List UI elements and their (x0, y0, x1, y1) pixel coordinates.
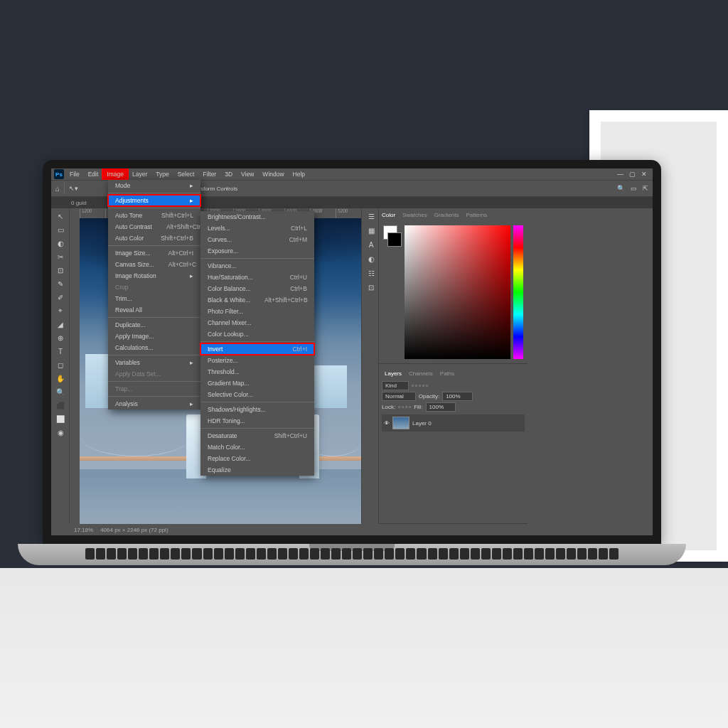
menu-image[interactable]: Image (102, 169, 128, 179)
tab-patterns[interactable]: Patterns (466, 212, 488, 218)
tab-gradients[interactable]: Gradients (434, 212, 459, 218)
menu-item-canvas-size[interactable]: Canvas Size...Alt+Ctrl+C (108, 259, 200, 270)
menu-item-exposure[interactable]: Exposure... (200, 245, 314, 257)
visibility-icon[interactable]: 👁 (384, 420, 390, 427)
menu-item-auto-tone[interactable]: Auto ToneShift+Ctrl+L (108, 210, 200, 221)
tool-button[interactable]: ▭ (53, 223, 68, 236)
menu-item-selective-color[interactable]: Selective Color... (200, 389, 314, 400)
menu-window[interactable]: Window (258, 169, 288, 179)
background-swatch[interactable] (387, 232, 402, 247)
tool-button[interactable]: ◐ (53, 237, 68, 250)
blend-mode-select[interactable]: Normal (382, 392, 416, 401)
tab-paths[interactable]: Paths (440, 370, 454, 377)
menu-item-color-balance[interactable]: Color Balance...Ctrl+B (200, 283, 314, 294)
menu-item-hdr-toning[interactable]: HDR Toning... (200, 415, 314, 427)
tool-button[interactable]: ✎ (53, 277, 68, 290)
menu-item-match-color[interactable]: Match Color... (200, 441, 314, 453)
menu-item-color-lookup[interactable]: Color Lookup... (200, 328, 314, 340)
panel-icon[interactable]: ☷ (363, 267, 379, 279)
tool-button[interactable]: ⬜ (53, 412, 68, 425)
menu-help[interactable]: Help (289, 169, 309, 179)
menu-item-posterize[interactable]: Posterize... (200, 355, 314, 366)
tool-button[interactable]: ✂ (53, 250, 68, 263)
tool-button[interactable]: ◢ (53, 318, 68, 331)
layer-name[interactable]: Layer 0 (412, 420, 432, 427)
menu-item-brightness-contrast[interactable]: Brightness/Contrast... (200, 211, 314, 223)
menu-item-mode[interactable]: Mode (108, 180, 200, 191)
color-field[interactable] (405, 225, 510, 359)
menu-layer[interactable]: Layer (128, 169, 151, 179)
menu-item-image-size[interactable]: Image Size...Alt+Ctrl+I (108, 247, 200, 259)
menu-item-curves[interactable]: Curves...Ctrl+M (200, 234, 314, 245)
tool-button[interactable]: ⌖ (53, 304, 68, 317)
tab-channels[interactable]: Channels (409, 370, 433, 377)
close-button[interactable]: ✕ (641, 171, 647, 178)
menu-item-trim[interactable]: Trim... (108, 293, 200, 304)
menu-select[interactable]: Select (173, 169, 199, 179)
tool-button[interactable]: ⊡ (53, 264, 68, 277)
menu-view[interactable]: View (237, 169, 258, 179)
layer-filter-select[interactable]: Kind (382, 381, 409, 390)
menu-item-black-white[interactable]: Black & White...Alt+Shift+Ctrl+B (200, 294, 314, 306)
tool-button[interactable]: ↖ (53, 210, 68, 223)
home-icon[interactable]: ⌂ (55, 185, 60, 193)
tool-button[interactable]: 🔍 (53, 385, 68, 398)
tab-color[interactable]: Color (382, 212, 395, 218)
menu-item-calculations[interactable]: Calculations... (108, 342, 200, 353)
menu-item-duplicate[interactable]: Duplicate... (108, 319, 200, 331)
opacity-input[interactable]: 100% (442, 392, 472, 401)
maximize-button[interactable]: ▢ (629, 171, 636, 178)
tab-layers[interactable]: Layers (385, 370, 402, 377)
menu-item-variables[interactable]: Variables (108, 357, 200, 368)
document-tab[interactable]: 0 guid (71, 200, 87, 206)
menu-file[interactable]: File (65, 169, 84, 179)
menu-item-replace-color[interactable]: Replace Color... (200, 453, 314, 464)
panel-icon[interactable]: ☰ (363, 210, 379, 223)
tool-button[interactable]: ◉ (53, 426, 68, 439)
menu-item-auto-color[interactable]: Auto ColorShift+Ctrl+B (108, 232, 200, 244)
laptop: Ps FileEditImageLayerTypeSelectFilter3DV… (43, 160, 668, 658)
menu-item-vibrance[interactable]: Vibrance... (200, 260, 314, 272)
menu-item-image-rotation[interactable]: Image Rotation (108, 270, 200, 282)
share-icon[interactable]: ⇱ (643, 185, 648, 192)
panel-icon[interactable]: ⊡ (363, 281, 379, 294)
menu-item-reveal-all[interactable]: Reveal All (108, 304, 200, 316)
menu-item-threshold[interactable]: Threshold... (200, 366, 314, 378)
workspace-icon[interactable]: ▭ (631, 185, 637, 192)
fill-input[interactable]: 100% (426, 402, 456, 412)
menu-item-auto-contrast[interactable]: Auto ContrastAlt+Shift+Ctrl+L (108, 221, 200, 232)
tool-button[interactable]: ⬛ (53, 399, 68, 412)
tool-button[interactable]: ✋ (53, 372, 68, 385)
menu-item-desaturate[interactable]: DesaturateShift+Ctrl+U (200, 430, 314, 441)
hue-slider[interactable] (513, 225, 523, 359)
menu-item-adjustments[interactable]: Adjustments (108, 195, 200, 206)
menu-item-gradient-map[interactable]: Gradient Map... (200, 378, 314, 389)
tool-preset-icon[interactable]: ↖▾ (69, 185, 78, 192)
menu-item-apply-image[interactable]: Apply Image... (108, 331, 200, 342)
menu-item-apply-data-set: Apply Data Set... (108, 368, 200, 380)
menu-item-photo-filter[interactable]: Photo Filter... (200, 306, 314, 317)
menu-item-channel-mixer[interactable]: Channel Mixer... (200, 317, 314, 328)
menu-item-invert[interactable]: InvertCtrl+I (200, 343, 314, 355)
menu-item-levels[interactable]: Levels...Ctrl+L (200, 223, 314, 234)
menu-filter[interactable]: Filter (198, 169, 220, 179)
menu-item-equalize[interactable]: Equalize (200, 464, 314, 476)
menu-item-analysis[interactable]: Analysis (108, 398, 200, 410)
tool-button[interactable]: ✐ (53, 291, 68, 304)
menu-3d[interactable]: 3D (220, 169, 237, 179)
menu-edit[interactable]: Edit (84, 169, 103, 179)
tab-swatches[interactable]: Swatches (402, 212, 427, 218)
menu-item-hue-saturation[interactable]: Hue/Saturation...Ctrl+U (200, 272, 314, 283)
layer-row[interactable]: 👁 Layer 0 (382, 414, 525, 432)
search-icon[interactable]: 🔍 (617, 185, 625, 192)
menu-type[interactable]: Type (151, 169, 173, 179)
zoom-level[interactable]: 17.18% (74, 527, 93, 533)
panel-icon[interactable]: A (363, 238, 379, 251)
tool-button[interactable]: ⊕ (53, 331, 68, 344)
panel-icon[interactable]: ◐ (363, 252, 379, 265)
menu-item-shadows-highlights[interactable]: Shadows/Highlights... (200, 404, 314, 415)
tool-button[interactable]: T (53, 345, 68, 358)
tool-button[interactable]: ◻ (53, 358, 68, 371)
minimize-button[interactable]: — (617, 171, 623, 178)
panel-icon[interactable]: ▦ (363, 224, 379, 237)
